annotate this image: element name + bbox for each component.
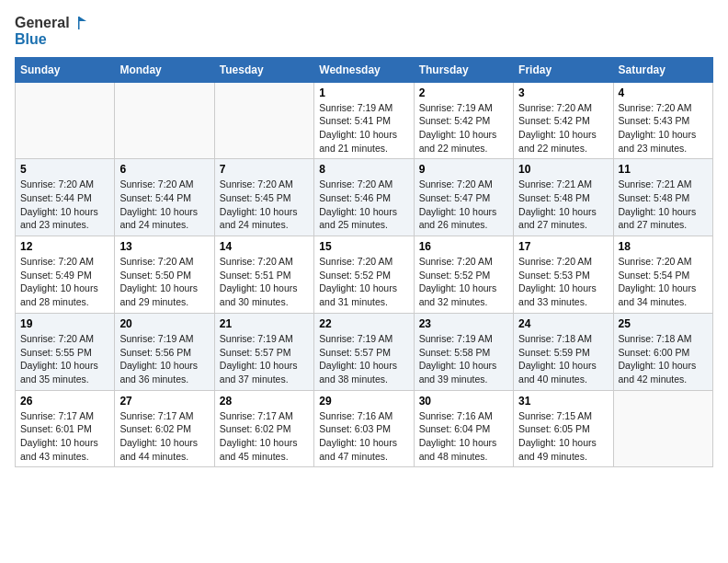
day-number: 17 <box>518 240 608 253</box>
day-number: 2 <box>419 86 508 99</box>
day-info: Sunrise: 7:20 AM Sunset: 5:54 PM Dayligh… <box>619 255 708 309</box>
logo: General Blue <box>15 15 88 48</box>
day-info: Sunrise: 7:19 AM Sunset: 5:56 PM Dayligh… <box>119 332 209 386</box>
calendar-cell: 2Sunrise: 7:19 AM Sunset: 5:42 PM Daylig… <box>414 82 513 159</box>
calendar-cell: 27Sunrise: 7:17 AM Sunset: 6:02 PM Dayli… <box>115 390 214 467</box>
day-number: 14 <box>220 240 309 253</box>
day-number: 7 <box>220 163 309 176</box>
calendar-cell: 20Sunrise: 7:19 AM Sunset: 5:56 PM Dayli… <box>115 313 214 390</box>
day-info: Sunrise: 7:20 AM Sunset: 5:45 PM Dayligh… <box>220 178 309 232</box>
day-number: 19 <box>20 317 109 330</box>
weekday-header: Thursday <box>414 57 513 82</box>
calendar-cell <box>16 82 115 159</box>
day-info: Sunrise: 7:20 AM Sunset: 5:42 PM Dayligh… <box>518 101 608 155</box>
calendar-cell: 14Sunrise: 7:20 AM Sunset: 5:51 PM Dayli… <box>214 236 313 314</box>
calendar-cell: 28Sunrise: 7:17 AM Sunset: 6:02 PM Dayli… <box>214 390 313 467</box>
day-number: 18 <box>619 240 708 253</box>
day-info: Sunrise: 7:21 AM Sunset: 5:48 PM Dayligh… <box>518 178 608 232</box>
calendar-cell: 11Sunrise: 7:21 AM Sunset: 5:48 PM Dayli… <box>613 159 712 236</box>
day-info: Sunrise: 7:19 AM Sunset: 5:57 PM Dayligh… <box>220 332 309 386</box>
page-header: General Blue <box>15 15 713 48</box>
calendar-cell: 3Sunrise: 7:20 AM Sunset: 5:42 PM Daylig… <box>514 82 613 159</box>
weekday-header: Wednesday <box>314 57 414 82</box>
calendar-cell: 26Sunrise: 7:17 AM Sunset: 6:01 PM Dayli… <box>16 390 115 467</box>
calendar-cell: 1Sunrise: 7:19 AM Sunset: 5:41 PM Daylig… <box>314 82 414 159</box>
logo-wordmark: General Blue <box>15 15 88 48</box>
day-number: 22 <box>319 317 408 330</box>
day-info: Sunrise: 7:16 AM Sunset: 6:04 PM Dayligh… <box>419 409 508 464</box>
day-info: Sunrise: 7:19 AM Sunset: 5:58 PM Dayligh… <box>419 332 508 386</box>
calendar-cell: 31Sunrise: 7:15 AM Sunset: 6:05 PM Dayli… <box>514 390 613 467</box>
day-number: 30 <box>419 395 508 408</box>
calendar-cell: 30Sunrise: 7:16 AM Sunset: 6:04 PM Dayli… <box>414 390 513 467</box>
day-number: 16 <box>419 240 508 253</box>
calendar-week-row: 26Sunrise: 7:17 AM Sunset: 6:01 PM Dayli… <box>16 390 713 467</box>
day-number: 28 <box>220 395 309 408</box>
day-info: Sunrise: 7:19 AM Sunset: 5:41 PM Dayligh… <box>319 101 408 155</box>
day-number: 4 <box>619 86 708 99</box>
calendar-week-row: 12Sunrise: 7:20 AM Sunset: 5:49 PM Dayli… <box>16 236 713 314</box>
day-number: 12 <box>20 240 109 253</box>
day-info: Sunrise: 7:20 AM Sunset: 5:52 PM Dayligh… <box>419 255 508 309</box>
calendar-cell: 10Sunrise: 7:21 AM Sunset: 5:48 PM Dayli… <box>514 159 613 236</box>
calendar-cell: 19Sunrise: 7:20 AM Sunset: 5:55 PM Dayli… <box>16 313 115 390</box>
calendar-cell: 7Sunrise: 7:20 AM Sunset: 5:45 PM Daylig… <box>214 159 313 236</box>
day-info: Sunrise: 7:18 AM Sunset: 6:00 PM Dayligh… <box>619 332 708 386</box>
calendar-cell: 13Sunrise: 7:20 AM Sunset: 5:50 PM Dayli… <box>115 236 214 314</box>
calendar-cell: 15Sunrise: 7:20 AM Sunset: 5:52 PM Dayli… <box>314 236 414 314</box>
calendar-cell: 9Sunrise: 7:20 AM Sunset: 5:47 PM Daylig… <box>414 159 513 236</box>
day-info: Sunrise: 7:17 AM Sunset: 6:01 PM Dayligh… <box>20 409 109 464</box>
day-number: 10 <box>518 163 608 176</box>
day-number: 31 <box>518 395 608 408</box>
calendar-cell <box>115 82 214 159</box>
day-info: Sunrise: 7:20 AM Sunset: 5:47 PM Dayligh… <box>419 178 508 232</box>
day-info: Sunrise: 7:20 AM Sunset: 5:53 PM Dayligh… <box>518 255 608 309</box>
calendar-week-row: 1Sunrise: 7:19 AM Sunset: 5:41 PM Daylig… <box>16 82 713 159</box>
logo-general: General <box>15 15 70 31</box>
day-number: 11 <box>619 163 708 176</box>
day-info: Sunrise: 7:17 AM Sunset: 6:02 PM Dayligh… <box>220 409 309 464</box>
day-info: Sunrise: 7:20 AM Sunset: 5:43 PM Dayligh… <box>619 101 708 155</box>
calendar-cell: 24Sunrise: 7:18 AM Sunset: 5:59 PM Dayli… <box>514 313 613 390</box>
day-number: 20 <box>119 317 209 330</box>
calendar-cell: 4Sunrise: 7:20 AM Sunset: 5:43 PM Daylig… <box>613 82 712 159</box>
day-number: 13 <box>119 240 209 253</box>
day-info: Sunrise: 7:16 AM Sunset: 6:03 PM Dayligh… <box>319 409 408 464</box>
day-info: Sunrise: 7:20 AM Sunset: 5:50 PM Dayligh… <box>119 255 209 309</box>
day-info: Sunrise: 7:18 AM Sunset: 5:59 PM Dayligh… <box>518 332 608 386</box>
svg-marker-0 <box>79 17 86 21</box>
calendar-cell: 5Sunrise: 7:20 AM Sunset: 5:44 PM Daylig… <box>16 159 115 236</box>
weekday-header: Sunday <box>16 57 115 82</box>
day-number: 1 <box>319 86 408 99</box>
weekday-header: Tuesday <box>214 57 313 82</box>
day-info: Sunrise: 7:20 AM Sunset: 5:49 PM Dayligh… <box>20 255 109 309</box>
day-info: Sunrise: 7:21 AM Sunset: 5:48 PM Dayligh… <box>619 178 708 232</box>
day-info: Sunrise: 7:15 AM Sunset: 6:05 PM Dayligh… <box>518 409 608 464</box>
day-number: 6 <box>119 163 209 176</box>
weekday-header: Monday <box>115 57 214 82</box>
day-info: Sunrise: 7:20 AM Sunset: 5:46 PM Dayligh… <box>319 178 408 232</box>
day-info: Sunrise: 7:17 AM Sunset: 6:02 PM Dayligh… <box>119 409 209 464</box>
day-number: 15 <box>319 240 408 253</box>
logo-flag-icon <box>72 15 88 31</box>
day-number: 3 <box>518 86 608 99</box>
calendar-cell: 18Sunrise: 7:20 AM Sunset: 5:54 PM Dayli… <box>613 236 712 314</box>
calendar-cell: 6Sunrise: 7:20 AM Sunset: 5:44 PM Daylig… <box>115 159 214 236</box>
day-number: 21 <box>220 317 309 330</box>
day-info: Sunrise: 7:20 AM Sunset: 5:44 PM Dayligh… <box>119 178 209 232</box>
calendar-cell: 16Sunrise: 7:20 AM Sunset: 5:52 PM Dayli… <box>414 236 513 314</box>
day-number: 25 <box>619 317 708 330</box>
weekday-header: Friday <box>514 57 613 82</box>
svg-rect-1 <box>78 17 80 29</box>
day-info: Sunrise: 7:20 AM Sunset: 5:55 PM Dayligh… <box>20 332 109 386</box>
day-info: Sunrise: 7:20 AM Sunset: 5:52 PM Dayligh… <box>319 255 408 309</box>
day-number: 29 <box>319 395 408 408</box>
day-number: 27 <box>119 395 209 408</box>
day-info: Sunrise: 7:19 AM Sunset: 5:57 PM Dayligh… <box>319 332 408 386</box>
logo-blue: Blue <box>15 31 47 48</box>
calendar-cell <box>214 82 313 159</box>
calendar-header-row: SundayMondayTuesdayWednesdayThursdayFrid… <box>16 57 713 82</box>
calendar-cell: 29Sunrise: 7:16 AM Sunset: 6:03 PM Dayli… <box>314 390 414 467</box>
day-info: Sunrise: 7:20 AM Sunset: 5:44 PM Dayligh… <box>20 178 109 232</box>
day-number: 9 <box>419 163 508 176</box>
